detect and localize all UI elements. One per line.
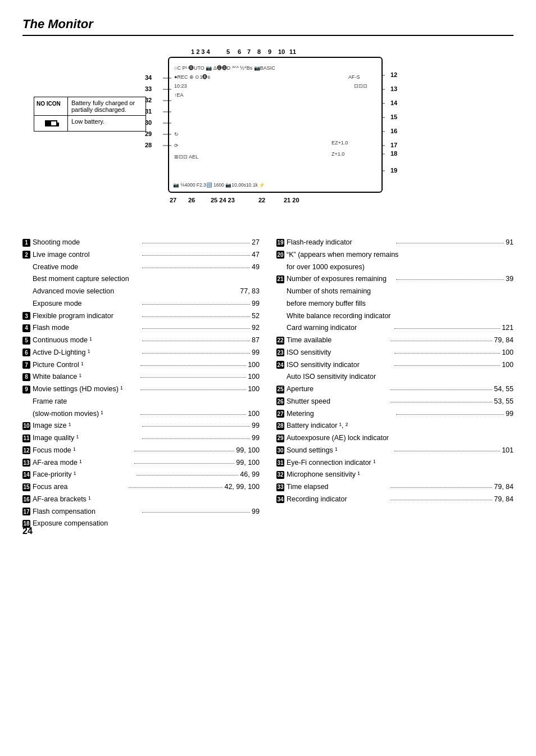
item-number: 32 (276, 471, 284, 479)
content-columns: 1Shooting mode 272Live image control47Cr… (22, 237, 514, 531)
item-text: White balance ¹ (33, 372, 139, 382)
item-dots (134, 451, 234, 451)
item-text: Exposure compensation (33, 518, 260, 529)
item-text: Advanced movie selection (33, 286, 137, 297)
item-page-ref: 79, 84 (494, 482, 514, 492)
item-text: ISO sensitivity indicator (287, 360, 393, 370)
battery-legend-low: Low battery. (34, 116, 146, 131)
item-number: 21 (276, 275, 284, 283)
list-item: 31Eye-Fi connection indicator ¹ (276, 458, 514, 468)
item-dots (142, 512, 250, 513)
item-dots (142, 438, 250, 439)
svg-text:17: 17 (390, 142, 397, 148)
page-container: The Monitor NO ICON Battery fully charge… (0, 0, 536, 547)
svg-text:16: 16 (390, 128, 397, 134)
list-item: 10Image size ¹ 99 (22, 420, 260, 431)
item-page-ref: 99, 100 (236, 458, 260, 468)
item-page-ref: 53, 55 (494, 396, 514, 407)
list-item: Creative mode 49 (22, 262, 260, 273)
item-text: (slow-motion movies) ¹ (33, 409, 139, 419)
list-item: 7Picture Control ¹ 100 (22, 360, 260, 370)
item-dots (390, 341, 493, 341)
list-item: 6Active D-Lighting ¹ 99 (22, 347, 260, 358)
item-text: Auto ISO sensitivity indicator (287, 372, 514, 382)
list-item: 27Metering 99 (276, 409, 514, 419)
svg-text:8: 8 (257, 48, 261, 55)
item-number: 26 (276, 397, 284, 405)
item-text: Time available (287, 335, 389, 346)
item-dots (396, 414, 504, 415)
item-number: 4 (22, 324, 30, 332)
svg-text:33: 33 (145, 85, 152, 92)
svg-text:AF-S: AF-S (348, 74, 360, 80)
list-item: Exposure mode 99 (22, 298, 260, 309)
list-item: 30Sound settings ¹101 (276, 445, 514, 456)
item-page-ref: 79, 84 (494, 335, 514, 346)
list-item: 14Face-priority ¹ 46, 99 (22, 469, 260, 480)
item-number: 12 (22, 446, 30, 454)
item-text: Number of exposures remaining (287, 274, 394, 284)
item-number: 20 (276, 251, 284, 259)
list-item: Best moment capture selection (22, 274, 260, 284)
svg-text:1 2 3 4: 1 2 3 4 (191, 48, 211, 55)
item-text: Time elapsed (287, 482, 389, 492)
item-page-ref: 39 (506, 274, 514, 284)
item-text: Image quality ¹ (33, 433, 140, 443)
item-text: Exposure mode (33, 298, 140, 309)
item-dots (142, 341, 250, 341)
item-number: 30 (276, 446, 284, 454)
list-item: Number of shots remaining (276, 286, 514, 297)
svg-text:↑EA: ↑EA (174, 92, 184, 98)
item-dots (390, 487, 493, 488)
item-page-ref: 101 (502, 445, 514, 456)
list-item: 22Time available79, 84 (276, 335, 514, 346)
item-number: 25 (276, 386, 284, 393)
item-text: Face-priority ¹ (33, 469, 135, 480)
item-number: 22 (276, 337, 284, 345)
item-page-ref: 99 (252, 420, 260, 431)
svg-text:⊞⊡⊡ AEL: ⊞⊡⊡ AEL (174, 154, 198, 160)
list-item: 32Microphone sensitivity ¹ (276, 469, 514, 480)
page-title: The Monitor (22, 17, 514, 36)
left-column: 1Shooting mode 272Live image control47Cr… (22, 237, 260, 531)
item-dots (142, 353, 250, 354)
item-text: Flash-ready indicator (287, 237, 394, 248)
item-page-ref: 49 (252, 262, 260, 273)
no-icon-text: Battery fully charged or partially disch… (68, 97, 146, 115)
item-page-ref: 100 (248, 360, 260, 370)
item-page-ref: 77, 83 (240, 286, 260, 297)
list-item: 12Focus mode ¹ 99, 100 (22, 445, 260, 456)
item-number: 15 (22, 483, 30, 491)
item-text: Battery indicator ¹, ² (287, 420, 514, 431)
svg-text:9: 9 (268, 48, 271, 55)
battery-legend: NO ICON Battery fully charged or partial… (34, 97, 146, 132)
item-number: 28 (276, 422, 284, 430)
item-dots (140, 390, 247, 390)
item-text: Focus mode ¹ (33, 445, 133, 456)
item-page-ref: 100 (248, 384, 260, 395)
list-item: 18Exposure compensation (22, 518, 260, 529)
item-page-ref: 92 (252, 323, 260, 333)
list-item: 23ISO sensitivity 100 (276, 347, 514, 358)
item-page-ref: 46, 99 (240, 469, 260, 480)
item-dots (142, 268, 250, 268)
item-page-ref: 100 (248, 409, 260, 419)
svg-text:📷 ¼4000 F2.3🔢 1600 📷10,00s1: 📷 ¼4000 F2.3🔢 1600 📷10,00s10.1k ⚡ (173, 182, 265, 188)
item-number: 9 (22, 386, 30, 393)
item-page-ref: 99 (506, 409, 514, 419)
list-item: before memory buffer fills (276, 298, 514, 309)
item-text: Microphone sensitivity ¹ (287, 469, 514, 480)
svg-text:13: 13 (390, 85, 397, 92)
item-text: Metering (287, 409, 394, 419)
item-number: 2 (22, 251, 30, 259)
item-text: White balance recording indicator (287, 311, 514, 322)
item-number: 10 (22, 422, 30, 430)
svg-text:25 24 23: 25 24 23 (211, 197, 235, 203)
page-number: 24 (22, 526, 33, 536)
item-number: 27 (276, 410, 284, 418)
no-icon-label: NO ICON (34, 97, 68, 115)
battery-legend-no-icon: NO ICON Battery fully charged or partial… (34, 97, 146, 116)
svg-text:12: 12 (390, 71, 397, 78)
item-dots (390, 500, 493, 500)
list-item: 13AF-area mode ¹99, 100 (22, 458, 260, 468)
